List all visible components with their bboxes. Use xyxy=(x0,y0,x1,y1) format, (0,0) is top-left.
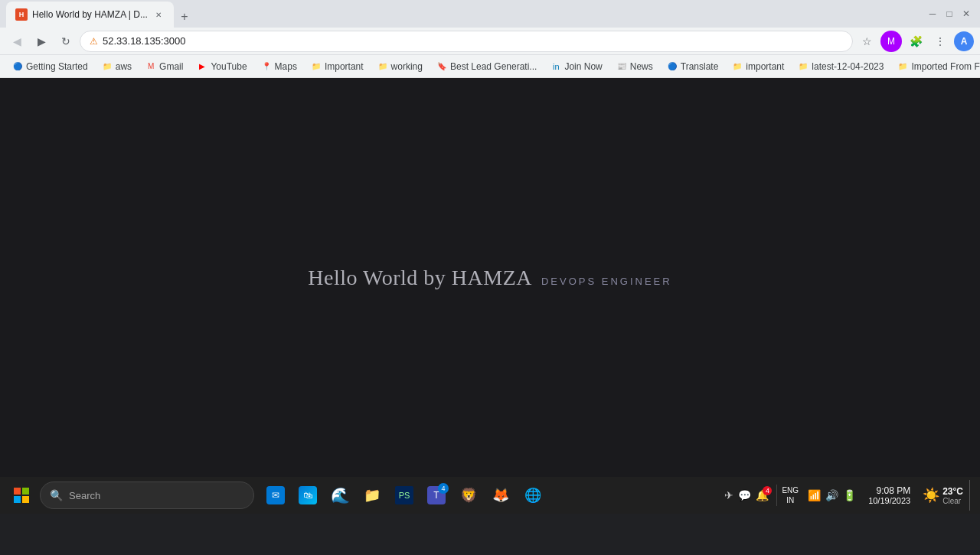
svg-rect-1 xyxy=(22,488,29,495)
bookmark-important1[interactable]: 📁 Important xyxy=(305,57,370,76)
firefox-app-icon: 🦊 xyxy=(492,486,510,504)
bookmark-favicon-news: 📰 xyxy=(616,61,627,72)
addressbar: ◀ ▶ ↻ ⚠ 52.33.18.135:3000 ☆ M 🧩 ⋮ A xyxy=(0,28,980,55)
weather-widget[interactable]: ☀️ 23°C Clear xyxy=(916,486,969,505)
minimize-button[interactable]: ─ xyxy=(925,6,940,21)
chrome-app-icon: 🌐 xyxy=(524,486,542,504)
bookmark-maps[interactable]: 📍 Maps xyxy=(255,57,303,76)
restore-button[interactable]: □ xyxy=(942,6,957,21)
start-button[interactable] xyxy=(6,480,37,511)
bookmark-favicon-latest: 📁 xyxy=(798,61,808,72)
search-icon: 🔍 xyxy=(50,489,63,501)
bookmark-label-youtube: YouTube xyxy=(211,61,247,72)
notification-icon[interactable]: 🔔 4 xyxy=(756,489,769,501)
clock-date: 10/19/2023 xyxy=(868,496,910,505)
bookmark-working[interactable]: 📁 working xyxy=(371,57,429,76)
forward-button[interactable]: ▶ xyxy=(31,31,52,52)
active-tab[interactable]: H Hello World by HAMZA | D... ✕ xyxy=(6,2,174,28)
bookmark-label-news: News xyxy=(630,61,653,72)
system-tray: ✈ 💬 🔔 4 xyxy=(718,489,775,501)
bookmark-aws[interactable]: 📁 aws xyxy=(96,57,138,76)
bookmark-joinnow[interactable]: in Join Now xyxy=(544,57,608,76)
window-controls: ─ □ ✕ xyxy=(925,6,974,21)
bookmark-label-getting-started: Getting Started xyxy=(26,61,88,72)
clock-area[interactable]: 9:08 PM 10/19/2023 xyxy=(862,485,916,505)
taskbar-app-chrome[interactable]: 🌐 xyxy=(518,480,548,511)
refresh-button[interactable]: ↻ xyxy=(55,31,77,52)
bookmark-label-joinnow: Join Now xyxy=(564,61,602,72)
whatsapp-badge: 4 xyxy=(763,486,772,495)
show-desktop-button[interactable] xyxy=(969,480,974,511)
taskbar-app-explorer[interactable]: 📁 xyxy=(357,480,387,511)
tab-close-button[interactable]: ✕ xyxy=(152,8,165,21)
svg-rect-0 xyxy=(14,488,21,495)
taskbar: 🔍 Search ✉ 🛍 🌊 📁 PS T 4 🦁 🦊 🌐 xyxy=(0,477,980,514)
bookmark-favicon-aws: 📁 xyxy=(102,61,113,72)
bookmark-gmail[interactable]: M Gmail xyxy=(139,57,189,76)
clock-time: 9:08 PM xyxy=(876,485,910,496)
search-placeholder-text: Search xyxy=(69,490,100,501)
windows-icon xyxy=(14,488,29,503)
tray-divider xyxy=(776,485,777,506)
hero-main-text: Hello World by HAMZA xyxy=(308,266,532,290)
bookmark-news[interactable]: 📰 News xyxy=(610,57,659,76)
profile-avatar[interactable]: A xyxy=(954,31,974,51)
bookmark-label-maps: Maps xyxy=(275,61,297,72)
bookmark-favicon-getting-started: 🔵 xyxy=(12,61,23,72)
whatsapp-icon[interactable]: 💬 xyxy=(738,489,751,501)
bookmark-favicon-maps: 📍 xyxy=(261,61,272,72)
taskbar-app-mail[interactable]: ✉ xyxy=(260,480,291,511)
telegram-icon[interactable]: ✈ xyxy=(724,489,733,501)
bookmark-getting-started[interactable]: 🔵 Getting Started xyxy=(6,57,94,76)
url-bar[interactable]: ⚠ 52.33.18.135:3000 xyxy=(80,31,853,52)
bookmark-leadgen[interactable]: 🔖 Best Lead Generati... xyxy=(430,57,543,76)
bookmark-favicon-imported: 📁 xyxy=(897,61,908,72)
extension-button[interactable]: M xyxy=(880,31,902,52)
bookmark-label-important2: important xyxy=(746,61,784,72)
bookmark-label-latest: latest-12-04-2023 xyxy=(812,61,884,72)
hero-sub-text: DEVOPS ENGINEER xyxy=(541,276,672,287)
extensions-button[interactable]: 🧩 xyxy=(905,31,926,52)
taskbar-app-store[interactable]: 🛍 xyxy=(292,480,323,511)
bookmark-favicon-translate: 🔵 xyxy=(667,61,678,72)
svg-rect-2 xyxy=(14,496,21,503)
language-region: IN xyxy=(786,495,794,505)
bookmark-favicon-important2: 📁 xyxy=(732,61,743,72)
bookmark-imported[interactable]: 📁 Imported From Fir... xyxy=(891,57,980,76)
edge-app-icon: 🌊 xyxy=(331,486,349,504)
weather-info: 23°C Clear xyxy=(942,486,963,505)
taskbar-search-bar[interactable]: 🔍 Search xyxy=(40,482,254,509)
new-tab-button[interactable]: + xyxy=(174,6,195,28)
tab-title: Hello World by HAMZA | D... xyxy=(32,9,148,20)
bookmark-label-translate: Translate xyxy=(681,61,719,72)
weather-desc: Clear xyxy=(942,497,963,505)
titlebar: H Hello World by HAMZA | D... ✕ + ─ □ ✕ xyxy=(0,0,980,28)
speaker-icon[interactable]: 🔊 xyxy=(825,489,838,501)
language-indicator[interactable]: ENG IN xyxy=(779,485,802,505)
tab-favicon: H xyxy=(15,8,28,21)
bookmark-latest[interactable]: 📁 latest-12-04-2023 xyxy=(792,57,890,76)
bookmark-translate[interactable]: 🔵 Translate xyxy=(661,57,725,76)
brave-app-icon: 🦁 xyxy=(459,486,478,504)
bookmarks-bar: 🔵 Getting Started 📁 aws M Gmail ▶ YouTub… xyxy=(0,55,980,78)
taskbar-app-firefox[interactable]: 🦊 xyxy=(485,480,516,511)
weather-icon: ☀️ xyxy=(923,487,939,504)
store-app-icon: 🛍 xyxy=(299,486,317,504)
taskbar-app-edge[interactable]: 🌊 xyxy=(325,480,355,511)
bookmark-youtube[interactable]: ▶ YouTube xyxy=(191,57,253,76)
network-icon[interactable]: 📶 xyxy=(808,489,821,501)
bookmark-button[interactable]: ☆ xyxy=(856,31,877,52)
taskbar-app-teams[interactable]: T 4 xyxy=(421,480,452,511)
battery-icon[interactable]: 🔋 xyxy=(843,489,856,501)
language-code: ENG xyxy=(782,485,799,495)
bookmark-important2[interactable]: 📁 important xyxy=(726,57,790,76)
bookmark-favicon-gmail: M xyxy=(145,61,156,72)
taskbar-app-brave[interactable]: 🦁 xyxy=(453,480,484,511)
bookmark-favicon-youtube: ▶ xyxy=(197,61,207,72)
menu-button[interactable]: ⋮ xyxy=(929,31,951,52)
mail-app-icon: ✉ xyxy=(266,486,285,504)
tab-group: H Hello World by HAMZA | D... ✕ + xyxy=(6,0,919,28)
close-button[interactable]: ✕ xyxy=(959,6,974,21)
back-button[interactable]: ◀ xyxy=(6,31,28,52)
taskbar-app-terminal[interactable]: PS xyxy=(389,480,420,511)
